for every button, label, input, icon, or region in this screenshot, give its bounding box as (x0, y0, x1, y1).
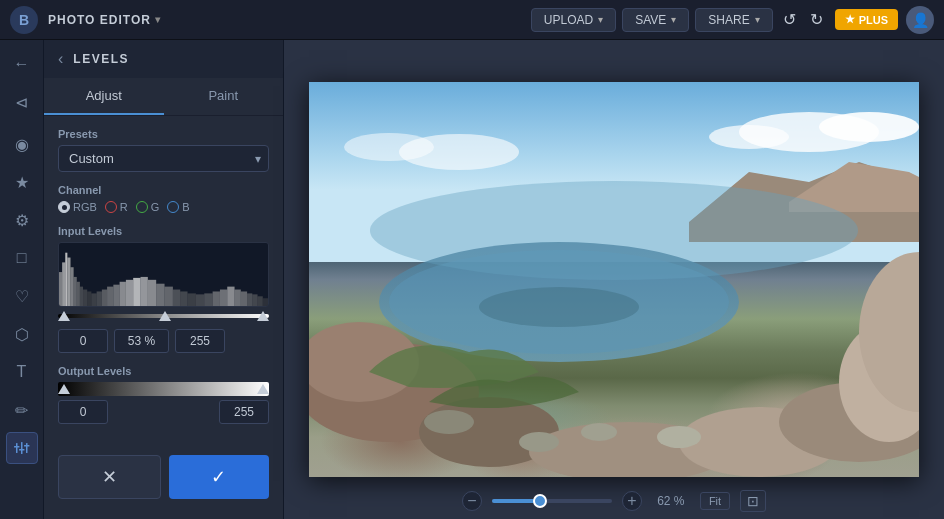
cancel-button[interactable]: ✕ (58, 455, 161, 499)
sidebar-item-brush[interactable]: ✏ (6, 394, 38, 426)
svg-rect-30 (188, 293, 196, 306)
channel-g[interactable]: G (136, 201, 160, 213)
zoom-expand-button[interactable]: ⊡ (740, 490, 766, 512)
app-logo: B (10, 6, 38, 34)
input-slider-max-handle[interactable] (257, 311, 269, 321)
share-button[interactable]: SHARE ▾ (695, 8, 772, 32)
sidebar-item-eye[interactable]: ◉ (6, 128, 38, 160)
histogram-svg (59, 243, 268, 306)
zoom-plus-button[interactable]: + (622, 491, 642, 511)
channel-r[interactable]: R (105, 201, 128, 213)
svg-rect-22 (126, 280, 133, 306)
redo-button[interactable]: ↻ (806, 10, 827, 29)
channel-b[interactable]: B (167, 201, 189, 213)
bottom-bar: − + 62 % Fit ⊡ (284, 483, 944, 519)
input-mid-field[interactable] (114, 329, 169, 353)
radio-dot-b (167, 201, 179, 213)
histogram-box (58, 242, 269, 307)
input-slider-container (58, 309, 269, 323)
app-title-chevron[interactable]: ▾ (155, 14, 161, 25)
icon-bar: ← ⊲ ◉ ★ ⚙ □ ♡ ⬡ T ✏ (0, 40, 44, 519)
levels-panel: ‹ LEVELS Adjust Paint Presets Custom Aut… (44, 40, 284, 519)
input-max-field[interactable] (175, 329, 225, 353)
svg-rect-36 (235, 290, 241, 306)
zoom-fit-button[interactable]: Fit (700, 492, 730, 510)
presets-select[interactable]: Custom Auto Linear High Contrast Low Con… (58, 145, 269, 172)
input-levels-label: Input Levels (58, 225, 269, 237)
sidebar-item-text[interactable]: T (6, 356, 38, 388)
svg-rect-39 (252, 294, 257, 306)
input-slider-min-handle[interactable] (58, 311, 70, 321)
input-slider-mid-handle[interactable] (159, 311, 171, 321)
confirm-button[interactable]: ✓ (169, 455, 270, 499)
output-min-field[interactable] (58, 400, 108, 424)
svg-rect-21 (120, 282, 126, 306)
svg-rect-35 (227, 287, 234, 306)
output-max-field[interactable] (219, 400, 269, 424)
output-slider-min-handle[interactable] (58, 384, 70, 394)
channel-section: Channel RGB R G (58, 184, 269, 213)
sidebar-item-square[interactable]: □ (6, 242, 38, 274)
sidebar-item-polygon[interactable]: ⬡ (6, 318, 38, 350)
photo-svg (309, 82, 919, 477)
svg-rect-13 (80, 287, 83, 306)
zoom-value-label: 62 % (652, 494, 690, 508)
avatar[interactable]: 👤 (906, 6, 934, 34)
action-buttons: ✕ ✓ (58, 455, 269, 507)
topbar: B PHOTO EDITOR ▾ UPLOAD ▾ SAVE ▾ SHARE ▾… (0, 0, 944, 40)
tab-paint[interactable]: Paint (164, 78, 284, 115)
canvas-area: − + 62 % Fit ⊡ (284, 40, 944, 519)
share-chevron: ▾ (755, 14, 760, 25)
save-button[interactable]: SAVE ▾ (622, 8, 689, 32)
input-levels-row (58, 329, 269, 353)
svg-rect-29 (180, 291, 187, 306)
plus-button[interactable]: ★ PLUS (835, 9, 898, 30)
sidebar-item-star[interactable]: ★ (6, 166, 38, 198)
svg-rect-34 (220, 290, 227, 306)
output-levels-row (58, 400, 269, 424)
sidebar-item-nav-prev[interactable]: ⊲ (6, 86, 38, 118)
svg-rect-23 (133, 278, 140, 306)
zoom-minus-button[interactable]: − (462, 491, 482, 511)
sidebar-item-gear[interactable]: ⚙ (6, 204, 38, 236)
svg-rect-37 (241, 291, 247, 306)
sidebar-item-sliders[interactable] (6, 432, 38, 464)
svg-rect-42 (309, 82, 919, 262)
undo-button[interactable]: ↺ (779, 10, 800, 29)
channel-g-label: G (151, 201, 160, 213)
svg-rect-41 (263, 298, 268, 306)
upload-chevron: ▾ (598, 14, 603, 25)
radio-dot-g (136, 201, 148, 213)
svg-rect-33 (213, 291, 220, 306)
input-min-field[interactable] (58, 329, 108, 353)
svg-rect-4 (26, 443, 28, 453)
zoom-slider-track[interactable] (492, 499, 612, 503)
radio-dot-rgb (58, 201, 70, 213)
input-levels-section: Input Levels (58, 225, 269, 353)
photo-image (309, 82, 919, 477)
plus-star-icon: ★ (845, 13, 855, 26)
tab-adjust[interactable]: Adjust (44, 78, 164, 115)
panel-header: ‹ LEVELS (44, 40, 283, 78)
panel-back-button[interactable]: ‹ (58, 50, 63, 68)
svg-rect-28 (173, 290, 180, 306)
svg-rect-38 (247, 293, 252, 306)
svg-rect-1 (14, 446, 20, 448)
svg-rect-5 (24, 445, 30, 447)
presets-select-wrap: Custom Auto Linear High Contrast Low Con… (58, 145, 269, 172)
svg-rect-8 (65, 253, 67, 306)
app-title-area: PHOTO EDITOR ▾ (48, 13, 161, 27)
svg-rect-20 (113, 285, 119, 306)
output-slider-max-handle[interactable] (257, 384, 269, 394)
channel-rgb[interactable]: RGB (58, 201, 97, 213)
svg-rect-19 (107, 287, 113, 306)
svg-rect-9 (67, 258, 70, 306)
zoom-slider-thumb[interactable] (533, 494, 547, 508)
upload-button[interactable]: UPLOAD ▾ (531, 8, 616, 32)
svg-rect-3 (19, 449, 25, 451)
sidebar-item-nav-back[interactable]: ← (6, 48, 38, 80)
radio-dot-r (105, 201, 117, 213)
channel-label: Channel (58, 184, 269, 196)
channel-b-label: B (182, 201, 189, 213)
sidebar-item-heart[interactable]: ♡ (6, 280, 38, 312)
